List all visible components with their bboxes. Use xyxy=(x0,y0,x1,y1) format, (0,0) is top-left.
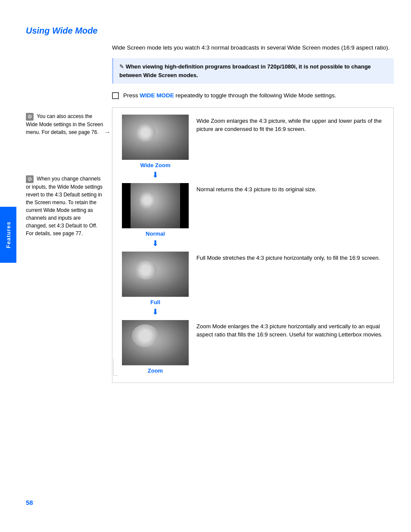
normal-inner xyxy=(131,183,180,228)
wide-zoom-image xyxy=(122,115,189,160)
sidebar-tab: Features xyxy=(0,207,16,263)
full-description: Full Mode stretches the 4:3 picture hori… xyxy=(196,252,386,262)
full-item: Full Full Mode stretches the 4:3 picture… xyxy=(122,252,386,318)
wide-zoom-item: Wide Zoom Wide Zoom enlarges the 4:3 pic… xyxy=(122,115,386,181)
instruction-line: Press WIDE MODE repeatedly to toggle thr… xyxy=(112,91,394,100)
note-box: ✎ When viewing high-definition programs … xyxy=(112,58,394,84)
normal-image-col: Normal xyxy=(122,183,189,237)
normal-item: Normal Normal returns the 4:3 picture to… xyxy=(122,183,386,250)
page-title: Using Wide Mode xyxy=(26,26,394,36)
zoom-description: Zoom Mode enlarges the 4:3 picture horiz… xyxy=(196,320,386,339)
wide-zoom-image-col: Wide Zoom xyxy=(122,115,189,168)
entry-arrow: → xyxy=(104,128,111,136)
zoom-image-col: Zoom xyxy=(122,320,189,374)
arrow-down-2: ⬇ xyxy=(122,239,189,248)
main-content: Using Wide Mode You can also access the … xyxy=(26,26,394,532)
wide-zoom-row: Wide Zoom Wide Zoom enlarges the 4:3 pic… xyxy=(122,115,386,168)
settings-icon-2 xyxy=(26,175,34,183)
wide-mode-items-border: → Wide Zoom Wide Zoom enlarges the 4:3 p… xyxy=(112,107,394,383)
normal-label: Normal xyxy=(146,230,165,237)
page-number: 58 xyxy=(26,499,33,506)
normal-image xyxy=(122,183,189,228)
zoom-row: Zoom Zoom Mode enlarges the 4:3 picture … xyxy=(122,320,386,374)
sidebar-note-1: You can also access the Wide Mode settin… xyxy=(26,112,103,136)
settings-icon-1 xyxy=(26,113,34,121)
full-row: Full Full Mode stretches the 4:3 picture… xyxy=(122,252,386,305)
sidebar-tab-label: Features xyxy=(5,221,12,248)
arrow-down-3: ⬇ xyxy=(122,307,189,317)
normal-row: Normal Normal returns the 4:3 picture to… xyxy=(122,183,386,237)
zoom-item: Zoom Zoom Mode enlarges the 4:3 picture … xyxy=(122,320,386,374)
bracket-bottom xyxy=(113,358,118,376)
page-container: Features 58 Using Wide Mode You can also… xyxy=(0,0,411,532)
full-image xyxy=(122,252,189,297)
arrow-down-1: ⬇ xyxy=(122,170,189,180)
wide-zoom-description: Wide Zoom enlarges the 4:3 picture, whil… xyxy=(196,115,386,134)
sidebar-note-2: When you change channels or inputs, the … xyxy=(26,175,103,237)
wide-mode-link: WIDE MODE xyxy=(140,92,174,99)
note-icon: ✎ xyxy=(119,63,126,70)
intro-text: Wide Screen mode lets you watch 4:3 norm… xyxy=(112,44,394,52)
full-image-col: Full xyxy=(122,252,189,305)
left-column: You can also access the Wide Mode settin… xyxy=(26,44,112,383)
zoom-label: Zoom xyxy=(148,367,163,374)
instruction-text: Press WIDE MODE repeatedly to toggle thr… xyxy=(123,91,336,100)
normal-description: Normal returns the 4:3 picture to its or… xyxy=(196,183,386,194)
right-column: Wide Screen mode lets you watch 4:3 norm… xyxy=(112,44,394,383)
checkbox-icon xyxy=(112,92,119,99)
two-col-layout: You can also access the Wide Mode settin… xyxy=(26,44,394,383)
wide-zoom-label: Wide Zoom xyxy=(140,162,171,168)
zoom-image xyxy=(122,320,189,365)
full-label: Full xyxy=(150,299,160,305)
